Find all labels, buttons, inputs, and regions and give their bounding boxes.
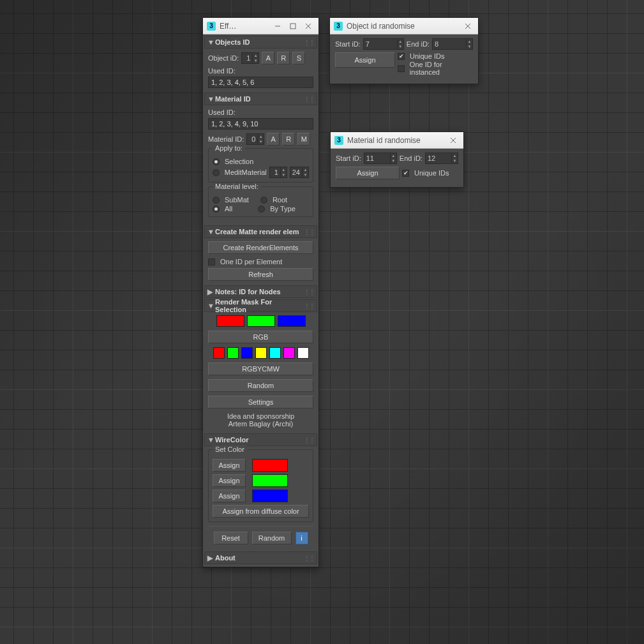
obj-start-spinner[interactable]: 7▲▼ [363,38,404,50]
object-id-spinner[interactable]: 1 ▲▼ [241,52,259,64]
rollout-about-title: About [215,554,236,562]
color-swatch[interactable] [255,347,267,359]
wire-assign-button[interactable]: Assign [213,459,246,472]
wire-color-swatch[interactable] [252,490,288,502]
obj-rand-titlebar[interactable]: 3 Object id randomise [330,18,478,34]
color-swatch[interactable] [213,347,225,359]
spinner-down-icon[interactable]: ▼ [258,139,264,144]
spinner-up-icon[interactable]: ▲ [253,53,258,58]
radio-all[interactable] [213,206,220,213]
rollout-material-id-header[interactable]: ▼ Material ID ⋮⋮ [204,93,317,105]
color-swatch[interactable] [297,347,309,359]
close-button[interactable] [301,20,316,32]
refresh-button[interactable]: Refresh [208,268,313,281]
wire-reset-button[interactable]: Reset [214,532,248,544]
rgbycmw-button[interactable]: RGBYCMW [208,363,313,375]
settings-button[interactable]: Settings [208,396,313,408]
main-titlebar[interactable]: 3 Eff… [203,18,318,34]
color-swatch[interactable] [247,315,275,327]
material-level-label: Material level: [213,183,261,190]
maximize-button[interactable] [285,20,301,32]
spinner-up-icon[interactable]: ▲ [258,134,264,139]
check-mat-unique-ids[interactable] [402,170,409,177]
wire-info-button[interactable]: i [296,532,308,544]
mat-end-spinner[interactable]: 12▲▼ [425,153,458,164]
chevron-right-icon: ▶ [207,554,214,562]
create-render-elements-button[interactable]: Create RenderElements [208,241,313,254]
check-one-id-instanced[interactable] [398,65,405,72]
object-id-r-button[interactable]: R [277,52,290,64]
material-used-id-label: Used ID: [208,109,313,116]
rgb-button[interactable]: RGB [208,331,313,343]
rollout-matte-header[interactable]: ▼ Create Matte render elem ⋮⋮ [204,225,317,238]
grip-icon: ⋮⋮ [304,96,314,103]
material-level-group: Material level: SubMat Root All By Type [208,186,313,217]
rollout-about: ▶ About ⋮⋮ [204,551,317,564]
grip-icon: ⋮⋮ [304,555,314,562]
rollout-objects-id-header[interactable]: ▼ Objects ID ⋮⋮ [204,36,317,49]
wire-assign-button[interactable]: Assign [213,474,246,487]
color-swatch[interactable] [283,347,295,359]
color-swatch[interactable] [278,315,306,327]
medit-b-spinner[interactable]: 24▲▼ [290,167,309,178]
material-m-button[interactable]: M [297,133,310,146]
color-swatch[interactable] [241,347,253,359]
rollout-material-id-title: Material ID [215,95,251,103]
rollout-notes: ▶ Notes: ID for Nodes ⋮⋮ [204,285,317,298]
wire-color-swatch[interactable] [252,459,288,472]
grip-icon: ⋮⋮ [304,303,314,310]
material-used-id-field[interactable]: 1, 2, 3, 4, 9, 10 [208,118,313,130]
check-one-id-per-element[interactable] [208,258,215,266]
mat-start-label: Start iD: [336,154,361,162]
object-id-s-button[interactable]: S [292,52,305,64]
close-button[interactable] [460,20,476,32]
idea-label: Idea and sponsorship [208,412,313,420]
radio-selection-label: Selection [225,158,253,165]
wire-random-button[interactable]: Random [252,532,292,544]
material-a-button[interactable]: A [267,133,280,146]
author-label: Artem Baglay (Archi) [208,420,313,428]
rollout-render-mask: ▼ Render Mask For Selection ⋮⋮ RGB RGBYC… [204,299,317,432]
material-id-spinner[interactable]: 0 ▲▼ [246,133,264,145]
rollout-notes-header[interactable]: ▶ Notes: ID for Nodes ⋮⋮ [204,285,317,298]
mat-rand-titlebar[interactable]: 3 Material id randomise [331,132,463,149]
check-unique-ids[interactable] [398,53,405,60]
rollout-wirecolor-header[interactable]: ▼ WireColor ⋮⋮ [204,433,317,446]
rollout-wirecolor-title: WireColor [215,436,248,444]
wire-color-swatch[interactable] [252,474,288,487]
radio-bytype[interactable] [258,206,265,213]
random-mask-button[interactable]: Random [208,379,313,392]
wire-assign-button[interactable]: Assign [213,490,246,502]
obj-assign-button[interactable]: Assign [335,52,395,68]
object-id-a-button[interactable]: A [262,52,274,64]
chevron-down-icon: ▼ [207,38,214,46]
color-swatch[interactable] [269,347,281,359]
main-dialog: 3 Eff… ▼ Objects ID ⋮⋮ Object iD: 1 ▲▼ A [202,17,319,567]
app-icon: 3 [334,136,343,145]
assign-from-diffuse-button[interactable]: Assign from diffuse color [213,505,309,518]
rollout-matte-title: Create Matte render elem [215,228,299,236]
obj-end-label: End iD: [407,40,430,48]
radio-root[interactable] [260,197,267,204]
rollout-render-mask-header[interactable]: ▼ Render Mask For Selection ⋮⋮ [204,299,317,312]
obj-end-spinner[interactable]: 8▲▼ [432,38,473,50]
svg-rect-1 [290,24,296,29]
medit-a-spinner[interactable]: 1▲▼ [269,167,287,178]
rollout-material-id: ▼ Material ID ⋮⋮ Used ID: 1, 2, 3, 4, 9,… [204,93,317,224]
color-swatch[interactable] [216,315,244,327]
minimize-button[interactable] [270,20,285,32]
viewport-3d[interactable] [0,0,644,644]
close-button[interactable] [446,135,461,146]
color-swatch[interactable] [227,347,239,359]
chevron-right-icon: ▶ [207,288,214,296]
spinner-down-icon[interactable]: ▼ [253,58,258,63]
radio-submat[interactable] [213,197,220,204]
material-r-button[interactable]: R [282,133,295,146]
rollout-about-header[interactable]: ▶ About ⋮⋮ [204,551,317,564]
radio-medit[interactable] [213,169,220,176]
mat-start-spinner[interactable]: 11▲▼ [364,153,397,164]
mat-assign-button[interactable]: Assign [336,167,400,179]
radio-selection[interactable] [213,158,220,165]
radio-medit-label: MeditMaterial [225,168,267,176]
object-used-id-field[interactable]: 1, 2, 3, 4, 5, 6 [208,77,313,88]
